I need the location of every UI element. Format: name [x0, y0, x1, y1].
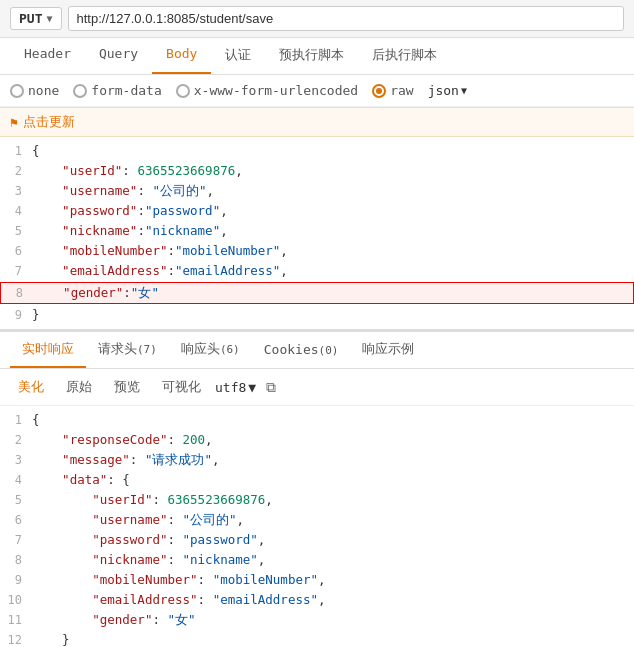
click-update-bar: ⚑ 点击更新	[0, 107, 634, 137]
line-content: }	[32, 305, 634, 325]
format-tabs: 美化 原始 预览 可视化 utf8 ▼ ⧉	[0, 369, 634, 406]
tab-cookies[interactable]: Cookies(0)	[252, 334, 351, 367]
tab-beautify[interactable]: 美化	[10, 375, 52, 399]
line-number: 1	[0, 410, 32, 430]
line-content: "mobileNumber":"mobileNumber",	[32, 241, 634, 261]
line-content: "userId": 6365523669876,	[32, 490, 634, 510]
tab-preview[interactable]: 预览	[106, 375, 148, 399]
line-number: 7	[0, 261, 32, 281]
body-options: none form-data x-www-form-urlencoded raw…	[0, 75, 634, 107]
line-content: }	[32, 630, 634, 647]
table-row: 2 "userId": 6365523669876,	[0, 161, 634, 181]
table-row: 6 "mobileNumber":"mobileNumber",	[0, 241, 634, 261]
line-number: 6	[0, 510, 32, 530]
table-row: 9 "mobileNumber": "mobileNumber",	[0, 570, 634, 590]
option-none[interactable]: none	[10, 83, 59, 98]
table-row: 4 "data": {	[0, 470, 634, 490]
copy-button[interactable]: ⧉	[266, 379, 276, 396]
tab-header[interactable]: Header	[10, 38, 85, 74]
tab-post-script[interactable]: 后执行脚本	[358, 38, 451, 74]
table-row: 9 }	[0, 305, 634, 325]
radio-urlencoded	[176, 84, 190, 98]
table-row: 10 "emailAddress": "emailAddress",	[0, 590, 634, 610]
method-arrow: ▼	[46, 13, 52, 24]
table-row: 12 }	[0, 630, 634, 647]
option-form-data[interactable]: form-data	[73, 83, 161, 98]
line-content: {	[32, 410, 634, 430]
tab-raw[interactable]: 原始	[58, 375, 100, 399]
click-update-button[interactable]: ⚑ 点击更新	[10, 113, 75, 131]
tab-realtime[interactable]: 实时响应	[10, 332, 86, 368]
line-content: "gender":"女"	[33, 283, 633, 303]
option-form-data-label: form-data	[91, 83, 161, 98]
res-headers-badge: (6)	[220, 343, 240, 356]
tab-res-headers-label: 响应头	[181, 341, 220, 356]
radio-raw	[372, 84, 386, 98]
line-number: 6	[0, 241, 32, 261]
json-type-select[interactable]: json ▼	[428, 83, 467, 98]
line-number: 2	[0, 430, 32, 450]
line-content: "data": {	[32, 470, 634, 490]
line-number: 12	[0, 630, 32, 647]
table-row: 1 {	[0, 141, 634, 161]
click-update-label: 点击更新	[23, 113, 75, 131]
update-icon: ⚑	[10, 115, 18, 130]
tab-example-label: 响应示例	[362, 341, 414, 356]
table-row: 7 "emailAddress":"emailAddress",	[0, 261, 634, 281]
line-number: 11	[0, 610, 32, 630]
method-label: PUT	[19, 11, 42, 26]
option-urlencoded-label: x-www-form-urlencoded	[194, 83, 358, 98]
encoding-select[interactable]: utf8 ▼	[215, 380, 256, 395]
method-select[interactable]: PUT ▼	[10, 7, 62, 30]
tab-realtime-label: 实时响应	[22, 341, 74, 356]
line-content: "responseCode": 200,	[32, 430, 634, 450]
url-input[interactable]	[68, 6, 624, 31]
response-section: 实时响应 请求头(7) 响应头(6) Cookies(0) 响应示例 美化 原始…	[0, 330, 634, 647]
line-number: 9	[0, 570, 32, 590]
option-raw-label: raw	[390, 83, 413, 98]
table-row: 5 "nickname":"nickname",	[0, 221, 634, 241]
table-row: 3 "username": "公司的",	[0, 181, 634, 201]
line-number: 8	[1, 283, 33, 303]
line-number: 2	[0, 161, 32, 181]
tab-response-headers[interactable]: 响应头(6)	[169, 332, 252, 368]
tab-query[interactable]: Query	[85, 38, 152, 74]
table-row: 11 "gender": "女"	[0, 610, 634, 630]
line-content: "message": "请求成功",	[32, 450, 634, 470]
response-tabs: 实时响应 请求头(7) 响应头(6) Cookies(0) 响应示例	[0, 332, 634, 369]
tab-pre-script[interactable]: 预执行脚本	[265, 38, 358, 74]
tab-example[interactable]: 响应示例	[350, 332, 426, 368]
option-none-label: none	[28, 83, 59, 98]
table-row: 7 "password": "password",	[0, 530, 634, 550]
line-content: "emailAddress": "emailAddress",	[32, 590, 634, 610]
tab-req-headers-label: 请求头	[98, 341, 137, 356]
request-body-editor[interactable]: 1 { 2 "userId": 6365523669876, 3 "userna…	[0, 137, 634, 330]
tab-body[interactable]: Body	[152, 38, 211, 74]
option-urlencoded[interactable]: x-www-form-urlencoded	[176, 83, 358, 98]
json-type-label: json	[428, 83, 459, 98]
response-code-area: 1 { 2 "responseCode": 200, 3 "message": …	[0, 406, 634, 647]
table-row: 1 {	[0, 410, 634, 430]
table-row: 8 "nickname": "nickname",	[0, 550, 634, 570]
line-content: {	[32, 141, 634, 161]
line-number: 4	[0, 470, 32, 490]
line-number: 3	[0, 450, 32, 470]
line-number: 4	[0, 201, 32, 221]
line-number: 5	[0, 221, 32, 241]
table-row: 8 "gender":"女"	[0, 282, 634, 304]
tab-cookies-label: Cookies	[264, 342, 319, 357]
table-row: 4 "password":"password",	[0, 201, 634, 221]
option-raw[interactable]: raw	[372, 83, 413, 98]
line-number: 8	[0, 550, 32, 570]
tab-request-headers[interactable]: 请求头(7)	[86, 332, 169, 368]
table-row: 5 "userId": 6365523669876,	[0, 490, 634, 510]
line-content: "nickname":"nickname",	[32, 221, 634, 241]
line-content: "mobileNumber": "mobileNumber",	[32, 570, 634, 590]
tab-visualize[interactable]: 可视化	[154, 375, 209, 399]
line-content: "emailAddress":"emailAddress",	[32, 261, 634, 281]
line-content: "nickname": "nickname",	[32, 550, 634, 570]
line-content: "username": "公司的",	[32, 181, 634, 201]
line-content: "username": "公司的",	[32, 510, 634, 530]
tab-auth[interactable]: 认证	[211, 38, 265, 74]
line-number: 7	[0, 530, 32, 550]
